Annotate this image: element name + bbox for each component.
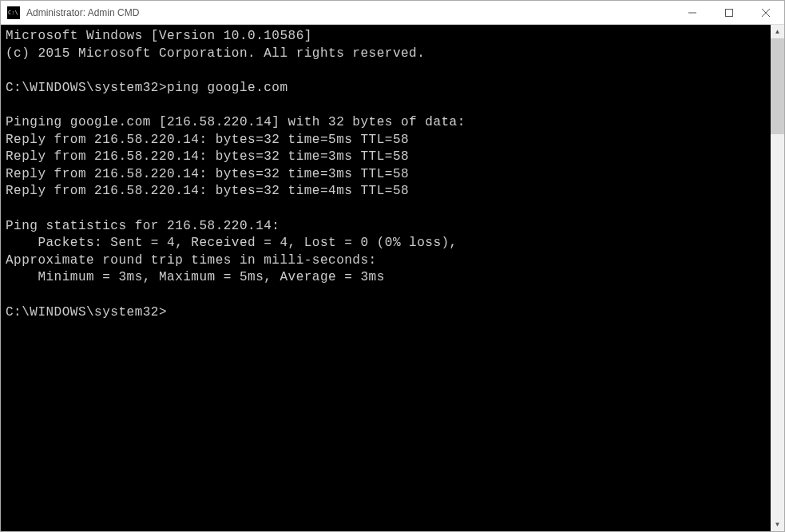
cmd-icon (7, 6, 20, 19)
titlebar[interactable]: Administrator: Admin CMD (1, 1, 784, 25)
close-button[interactable] (747, 1, 784, 24)
cmd-window: Administrator: Admin CMD Microsoft Windo… (0, 0, 785, 532)
window-controls (674, 1, 784, 24)
terminal-line: Pinging google.com [216.58.220.14] with … (6, 114, 766, 132)
close-icon (762, 9, 770, 17)
terminal-line: (c) 2015 Microsoft Corporation. All righ… (6, 46, 766, 63)
terminal-line: Ping statistics for 216.58.220.14: (6, 218, 766, 236)
window-title: Administrator: Admin CMD (26, 7, 674, 18)
scroll-up-arrow[interactable]: ▲ (771, 25, 784, 38)
terminal-line: C:\WINDOWS\system32>ping google.com (6, 80, 766, 97)
terminal-line: Packets: Sent = 4, Received = 4, Lost = … (6, 235, 766, 252)
terminal-line: C:\WINDOWS\system32> (6, 304, 766, 322)
terminal-area: Microsoft Windows [Version 10.0.10586](c… (1, 25, 784, 531)
maximize-icon (725, 9, 733, 17)
terminal-line: Reply from 216.58.220.14: bytes=32 time=… (6, 132, 766, 149)
terminal-line (6, 287, 766, 304)
terminal-line: Reply from 216.58.220.14: bytes=32 time=… (6, 149, 766, 166)
svg-rect-1 (726, 9, 733, 16)
minimize-button[interactable] (674, 1, 711, 24)
terminal-line: Minimum = 3ms, Maximum = 5ms, Average = … (6, 269, 766, 287)
terminal-line (6, 97, 766, 114)
maximize-button[interactable] (711, 1, 747, 24)
terminal-line: Approximate round trip times in milli-se… (6, 252, 766, 270)
terminal-line: Microsoft Windows [Version 10.0.10586] (6, 28, 766, 46)
terminal-line: Reply from 216.58.220.14: bytes=32 time=… (6, 166, 766, 184)
terminal-line: Reply from 216.58.220.14: bytes=32 time=… (6, 183, 766, 200)
scroll-thumb[interactable] (771, 38, 784, 134)
vertical-scrollbar[interactable]: ▲ ▼ (771, 25, 784, 531)
terminal-line (6, 200, 766, 218)
minimize-icon (688, 9, 696, 17)
terminal-line (6, 62, 766, 80)
terminal-output[interactable]: Microsoft Windows [Version 10.0.10586](c… (1, 25, 771, 531)
scroll-down-arrow[interactable]: ▼ (771, 518, 784, 531)
